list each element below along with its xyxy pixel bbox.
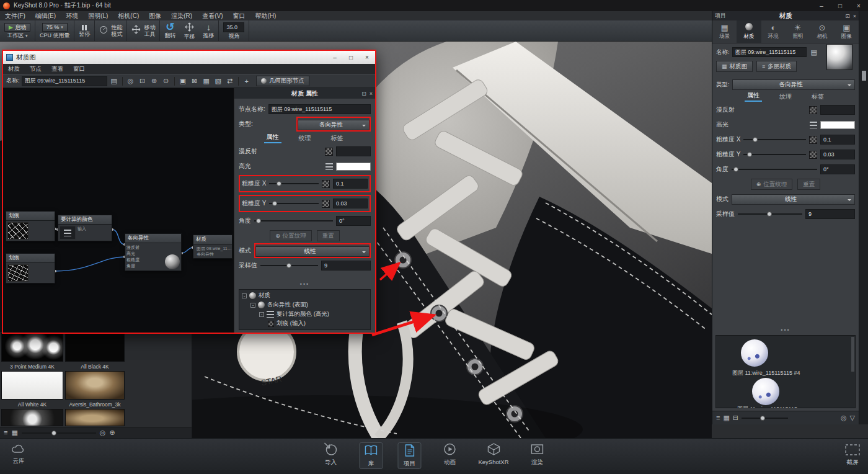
node-scratch-top[interactable]: 划痕 [6,211,55,241]
material-preview-sphere[interactable] [826,44,852,70]
env-thumb-3point-medium[interactable] [1,333,63,362]
save-icon[interactable]: ▤ [809,48,819,57]
menu-file[interactable]: 文件(F) [0,12,30,20]
tab-material[interactable]: 材质 [737,20,761,43]
texture-chip-icon[interactable] [809,136,817,144]
grid-view-icon[interactable]: ▦ [11,429,17,436]
sliders-icon[interactable] [326,163,333,170]
angle-slider[interactable] [732,169,817,170]
pattern-icon[interactable]: ▧ [213,76,223,86]
float-panel-icon[interactable]: ⊡ [361,91,366,97]
cpu-percent-dropdown[interactable]: 75 % ▾ [42,23,68,32]
screenshot-button[interactable]: 截屏 [844,444,861,467]
tab-textures[interactable]: 纹理 [777,92,794,102]
animation-button[interactable]: 动画 [436,442,463,467]
slider-handle[interactable] [272,201,277,206]
tree-item-anisotropic[interactable]: - 各向异性 (表面) [242,300,368,310]
texture-chip-icon[interactable] [325,148,333,156]
frame-icon[interactable]: ⊡ [138,76,148,86]
material-list-sphere[interactable] [752,378,779,405]
tab-camera[interactable]: ⊙相机 [810,20,834,43]
slider-handle[interactable] [753,137,758,142]
reset-button[interactable]: 重置 [317,230,340,241]
cloud-library-button[interactable]: 云库 [10,444,27,465]
pause-button[interactable]: 暂停 [79,25,90,37]
tab-image[interactable]: ▣图像 [835,20,859,43]
samples-field[interactable]: 9 [805,209,855,219]
slider-handle[interactable] [767,212,772,217]
env-thumb-all-white[interactable] [1,371,63,400]
roughness-x-slider[interactable] [743,139,806,140]
position-texture-button[interactable]: ⊕位置纹理 [751,179,793,190]
roughness-y-slider[interactable] [269,203,319,204]
preview-zoom-handle[interactable] [862,71,866,81]
list-view-icon[interactable]: ≡ [716,414,720,421]
render-button[interactable]: 渲染 [524,442,551,467]
keyshotxr-button[interactable]: KeyShotXR [478,442,508,465]
env-thumb-partial[interactable] [1,409,63,426]
angle-field[interactable]: 0° [820,164,855,174]
geometry-node-button[interactable]: 几何图形节点 [256,76,309,86]
workspace-dropdown[interactable]: 工作区 ▾ [7,32,27,39]
tab-textures[interactable]: 纹理 [296,133,314,143]
node-name-field[interactable]: 图层 09:wire_115115115 [268,104,371,114]
texture-chip-icon[interactable] [809,151,817,159]
swap-icon[interactable]: ⇄ [225,76,235,86]
thumbnail-size-slider[interactable] [742,418,788,419]
mode-dropdown[interactable]: 线性 [255,246,370,257]
tab-labels[interactable]: 标签 [809,92,826,102]
material-list-sphere[interactable] [741,339,768,367]
collapse-view-icon[interactable]: ⊟ [733,414,738,421]
performance-mode-toggle[interactable]: 性能模式 [111,24,122,37]
grid-view-icon[interactable]: ▦ [723,414,729,421]
roughness-y-field[interactable]: 0.03 [820,150,855,159]
mg-menu-node[interactable]: 节点 [25,65,46,73]
zoom-icon[interactable]: ◎ [126,76,136,86]
maximize-button[interactable]: □ [831,0,849,11]
save-icon[interactable]: ▤ [109,76,119,86]
tab-scene[interactable]: ▦场景 [712,20,737,43]
slider-handle[interactable] [760,416,765,421]
tumble-button[interactable]: ↺ 翻转 [164,23,175,38]
expander-icon[interactable]: - [242,293,247,298]
mg-maximize-button[interactable]: □ [343,51,359,64]
search-icon[interactable]: ◎ [841,414,847,421]
sliders-icon[interactable] [810,122,817,128]
tab-properties[interactable]: 属性 [745,91,762,102]
move-tool-button[interactable]: 移动工具 [144,24,155,37]
node-material-root[interactable]: 材质 图层 09:wire_11…各向异性 [193,235,232,259]
menu-window[interactable]: 窗口 [228,12,250,20]
roughness-x-field[interactable]: 0.1 [333,179,368,189]
close-button[interactable]: × [849,0,868,11]
slider-handle[interactable] [733,167,738,172]
project-button[interactable]: 项目 [397,442,421,469]
slider-handle[interactable] [277,181,281,186]
delete-icon[interactable]: ⊠ [190,76,200,86]
filter-funnel-icon[interactable]: ▽ [850,414,855,421]
menu-lighting[interactable]: 照明(L) [83,12,113,20]
menu-view[interactable]: 查看(V) [197,12,228,20]
mg-minimize-button[interactable]: – [327,51,343,64]
crosshair-icon[interactable]: + [242,76,252,86]
menu-help[interactable]: 帮助(H) [250,12,281,20]
minimize-button[interactable]: – [812,0,831,11]
node-anisotropic[interactable]: 各向异性 漫反射 高光 粗糙度 角度 [125,233,182,271]
samples-field[interactable]: 9 [321,261,371,271]
diffuse-field[interactable] [820,105,855,115]
import-button[interactable]: 导入 [317,442,344,467]
menu-camera[interactable]: 相机(C) [113,12,144,20]
diffuse-field[interactable] [336,146,371,156]
angle-field[interactable]: 0° [336,216,371,226]
material-graph-button[interactable]: ▦材质图 [716,61,753,72]
close-panel-icon[interactable]: × [370,91,373,97]
material-list-scrollbar[interactable] [851,337,854,372]
pan-button[interactable]: 平移 [184,22,195,40]
multi-material-button[interactable]: ≡多层材质 [756,61,797,72]
angle-slider[interactable] [254,220,333,221]
panel-resize-dots[interactable]: ••• [239,281,371,287]
texture-chip-icon[interactable] [322,200,330,208]
close-panel-icon[interactable]: × [853,13,856,19]
tab-lighting[interactable]: ☀照明 [786,20,810,43]
target-icon[interactable]: ⊙ [161,76,171,86]
expander-icon[interactable]: - [259,312,264,317]
